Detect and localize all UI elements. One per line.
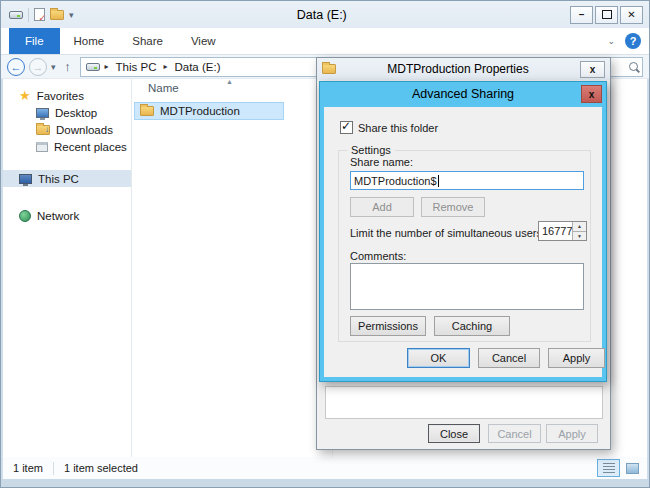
breadcrumb-separator-icon: ▸ bbox=[105, 62, 109, 71]
back-button[interactable]: ← bbox=[7, 58, 25, 76]
advanced-sharing-dialog: Advanced Sharing x ✓ Share this folder S… bbox=[319, 81, 607, 382]
forward-button[interactable]: → bbox=[29, 58, 47, 76]
tab-home[interactable]: Home bbox=[60, 28, 119, 54]
sidebar-item-network[interactable]: Network bbox=[3, 207, 131, 224]
thumbnail-view-icon bbox=[626, 463, 639, 474]
sidebar-item-recent-places[interactable]: Recent places bbox=[3, 138, 131, 155]
quick-access-toolbar: ▾ bbox=[3, 8, 74, 22]
help-icon[interactable]: ? bbox=[625, 33, 641, 49]
settings-group-label: Settings bbox=[347, 144, 395, 156]
details-view-icon bbox=[603, 463, 615, 473]
location-drive-icon bbox=[86, 63, 100, 71]
caching-button[interactable]: Caching bbox=[434, 316, 510, 336]
sort-ascending-icon: ▲ bbox=[226, 78, 233, 85]
share-folder-checkbox[interactable]: ✓ bbox=[340, 121, 353, 134]
sidebar-item-label: Recent places bbox=[54, 141, 127, 153]
breadcrumb-current[interactable]: Data (E:) bbox=[172, 61, 222, 73]
title-bar: ▾ Data (E:) – ✕ bbox=[1, 1, 649, 28]
checkmark-icon: ✓ bbox=[341, 119, 351, 133]
properties-close-button[interactable]: x bbox=[580, 61, 605, 78]
search-icon bbox=[629, 62, 638, 71]
close-icon: x bbox=[590, 64, 596, 75]
sidebar-item-this-pc[interactable]: This PC bbox=[3, 170, 131, 187]
spinner-down-icon: ▼ bbox=[577, 233, 582, 239]
close-button[interactable]: ✕ bbox=[620, 6, 643, 24]
favorites-star-icon: ★ bbox=[19, 89, 31, 102]
properties-shortcut-icon[interactable] bbox=[34, 8, 45, 21]
new-folder-shortcut-icon[interactable] bbox=[50, 10, 64, 20]
comments-label: Comments: bbox=[350, 250, 406, 262]
user-limit-value[interactable]: 16777 bbox=[539, 222, 572, 240]
recent-locations-chevron-icon[interactable]: ▾ bbox=[51, 62, 56, 72]
share-folder-label: Share this folder bbox=[358, 122, 438, 134]
window-frame-bottom bbox=[1, 479, 649, 487]
sidebar-item-label: This PC bbox=[38, 173, 79, 185]
back-icon: ← bbox=[11, 61, 22, 73]
breadcrumb-separator-icon: ▸ bbox=[163, 62, 167, 71]
tab-file[interactable]: File bbox=[9, 28, 60, 54]
desktop-icon bbox=[36, 108, 49, 118]
window-title: Data (E:) bbox=[74, 8, 570, 22]
maximize-icon bbox=[602, 10, 612, 19]
user-limit-spinner[interactable]: 16777 ▲ ▼ bbox=[538, 221, 587, 241]
spinner-down-button[interactable]: ▼ bbox=[573, 232, 586, 241]
item-count-label: 1 item bbox=[13, 462, 43, 474]
tab-share[interactable]: Share bbox=[118, 28, 177, 54]
breadcrumb-this-pc[interactable]: This PC bbox=[114, 61, 159, 73]
folder-icon bbox=[322, 64, 336, 74]
status-bar: 1 item 1 item selected bbox=[3, 457, 647, 479]
properties-close-action-button[interactable]: Close bbox=[428, 424, 480, 443]
this-pc-icon bbox=[19, 174, 32, 184]
details-view-button[interactable] bbox=[597, 459, 620, 477]
sidebar-item-label: Desktop bbox=[55, 107, 97, 119]
share-name-input[interactable]: MDTProduction$ bbox=[350, 171, 584, 190]
tab-view[interactable]: View bbox=[177, 28, 230, 54]
share-description-box bbox=[325, 386, 603, 419]
remove-button: Remove bbox=[421, 197, 485, 217]
drive-icon bbox=[9, 11, 23, 19]
sidebar-item-label: Network bbox=[37, 210, 79, 222]
properties-cancel-button: Cancel bbox=[488, 424, 541, 443]
close-icon: x bbox=[589, 89, 595, 100]
share-this-folder-row[interactable]: ✓ Share this folder bbox=[340, 121, 438, 134]
text-caret bbox=[438, 175, 439, 187]
maximize-button[interactable] bbox=[595, 6, 618, 24]
expand-ribbon-chevron-icon[interactable]: ⌄ bbox=[607, 36, 615, 46]
properties-dialog-title: MDTProduction Properties bbox=[342, 62, 574, 76]
advanced-sharing-close-button[interactable]: x bbox=[581, 85, 602, 103]
sidebar-item-downloads[interactable]: Downloads bbox=[3, 121, 131, 138]
file-name-label: MDTProduction bbox=[160, 105, 240, 117]
sidebar-item-desktop[interactable]: Desktop bbox=[3, 104, 131, 121]
list-item-mdtproduction[interactable]: MDTProduction bbox=[134, 102, 284, 120]
add-button: Add bbox=[350, 197, 414, 217]
apply-button[interactable]: Apply bbox=[548, 348, 605, 368]
selection-count-label: 1 item selected bbox=[64, 462, 138, 474]
properties-apply-button: Apply bbox=[546, 424, 598, 443]
advanced-sharing-body: ✓ Share this folder Settings Share name:… bbox=[324, 107, 602, 377]
recent-places-icon bbox=[36, 142, 48, 152]
up-button[interactable]: ↑ bbox=[60, 59, 76, 74]
permissions-button[interactable]: Permissions bbox=[350, 316, 426, 336]
sidebar-item-label: Downloads bbox=[56, 124, 113, 136]
user-limit-label: Limit the number of simultaneous users t… bbox=[350, 227, 557, 239]
settings-groupbox: Settings Share name: MDTProduction$ Add … bbox=[338, 150, 591, 342]
separator bbox=[28, 8, 29, 22]
thumbnail-view-button[interactable] bbox=[623, 461, 641, 476]
properties-title-bar: MDTProduction Properties x bbox=[317, 58, 610, 80]
comments-input[interactable] bbox=[350, 263, 584, 310]
separator bbox=[53, 462, 54, 475]
navigation-pane: ★ Favorites Desktop Downloads Recent pla… bbox=[3, 79, 132, 457]
share-name-label: Share name: bbox=[350, 156, 413, 168]
ok-button[interactable]: OK bbox=[407, 348, 470, 368]
share-name-value: MDTProduction$ bbox=[354, 175, 437, 187]
folder-icon bbox=[140, 106, 154, 116]
spinner-up-button[interactable]: ▲ bbox=[573, 222, 586, 232]
sidebar-item-favorites[interactable]: ★ Favorites bbox=[3, 87, 131, 104]
close-icon: ✕ bbox=[627, 9, 635, 20]
minimize-icon: – bbox=[579, 9, 585, 20]
cancel-button[interactable]: Cancel bbox=[478, 348, 540, 368]
forward-icon: → bbox=[33, 61, 44, 73]
minimize-button[interactable]: – bbox=[570, 6, 593, 24]
downloads-icon bbox=[36, 125, 50, 135]
column-header-name[interactable]: Name bbox=[148, 82, 179, 94]
